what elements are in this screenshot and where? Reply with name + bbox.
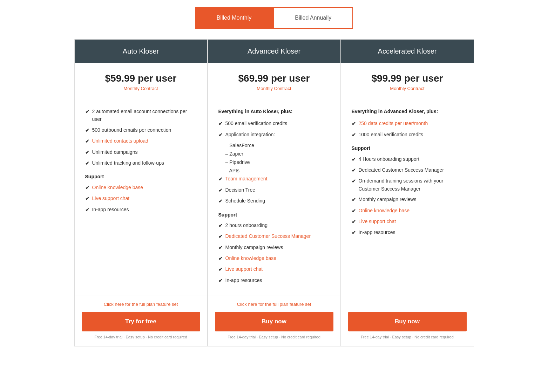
checkmark-icon: ✔	[352, 131, 356, 139]
feature-text: Unlimited campaigns	[92, 148, 138, 156]
list-item: ✔Online knowledge base	[218, 254, 330, 262]
sub-item: – SalesForce	[225, 142, 330, 150]
checkmark-icon: ✔	[352, 177, 356, 185]
checkmark-icon: ✔	[218, 175, 223, 183]
list-item: ✔In-app resources	[218, 276, 330, 284]
feature-text: 250 data credits per user/month	[359, 119, 428, 127]
plan-intro-advanced-kloser: Everything in Auto Kloser, plus:	[218, 108, 330, 115]
feature-text: 1000 email verification credits	[359, 131, 423, 138]
full-plan-link[interactable]: Click here for the full plan feature set	[215, 302, 333, 307]
checkmark-icon: ✔	[218, 244, 223, 252]
feature-text: Application integration:	[225, 131, 275, 138]
list-item: ✔Live support chat	[85, 194, 197, 202]
list-item: ✔Application integration:	[218, 131, 330, 139]
checkmark-icon: ✔	[85, 108, 89, 116]
list-item: ✔Team management	[218, 175, 330, 183]
feature-text: 500 outbound emails per connection	[92, 126, 171, 134]
list-item: ✔Dedicated Customer Success Manager	[218, 232, 330, 240]
trial-note: Free 14-day trial · Easy setup · No cred…	[348, 335, 467, 339]
checkmark-icon: ✔	[218, 120, 223, 128]
plan-features-advanced-kloser: Everything in Auto Kloser, plus:✔500 ema…	[208, 99, 340, 296]
plan-header-auto-kloser: Auto Kloser	[75, 40, 207, 63]
list-item: ✔500 outbound emails per connection	[85, 126, 197, 134]
plan-price-advanced-kloser: $69.99 per user	[215, 73, 333, 84]
list-item: ✔250 data credits per user/month	[352, 119, 463, 128]
plan-features-accelerated-kloser: Everything in Advanced Kloser, plus:✔250…	[341, 99, 474, 306]
checkmark-icon: ✔	[85, 195, 89, 202]
checkmark-icon: ✔	[218, 277, 223, 284]
checkmark-icon: ✔	[218, 197, 223, 205]
plan-footer-auto-kloser: Click here for the full plan feature set…	[75, 296, 207, 346]
cta-button-advanced-kloser[interactable]: Buy now	[215, 312, 333, 331]
feature-text: 500 email verification credits	[225, 119, 287, 127]
checkmark-icon: ✔	[85, 206, 89, 214]
list-item: ✔500 email verification credits	[218, 119, 330, 128]
support-feature-text: Live support chat	[92, 194, 130, 202]
support-feature-text: Online knowledge base	[225, 254, 277, 262]
plan-contract-auto-kloser: Monthly Contract	[82, 86, 200, 91]
support-feature-text: In-app resources	[359, 228, 395, 236]
feature-text: Unlimited contacts upload	[92, 137, 148, 145]
list-item: ✔Monthly campaign reviews	[218, 243, 330, 252]
full-plan-link[interactable]: Click here for the full plan feature set	[82, 302, 200, 307]
list-item: ✔Unlimited campaigns	[85, 148, 197, 156]
cta-button-accelerated-kloser[interactable]: Buy now	[348, 312, 467, 331]
plan-features-auto-kloser: ✔2 automated email account connections p…	[75, 99, 207, 296]
trial-note: Free 14-day trial · Easy setup · No cred…	[82, 335, 200, 339]
feature-text: 2 automated email account connections pe…	[92, 108, 197, 123]
list-item: ✔Decision Tree	[218, 186, 330, 194]
checkmark-icon: ✔	[85, 126, 89, 134]
list-item: ✔Schedule Sending	[218, 197, 330, 205]
sub-item: – Zapier	[225, 150, 330, 158]
feature-text: Schedule Sending	[225, 197, 265, 205]
checkmark-icon: ✔	[218, 222, 223, 229]
checkmark-icon: ✔	[85, 137, 89, 145]
checkmark-icon: ✔	[218, 255, 223, 262]
plan-card-advanced-kloser: Advanced Kloser$69.99 per userMonthly Co…	[208, 39, 341, 346]
feature-text: Decision Tree	[225, 186, 256, 194]
support-feature-text: Live support chat	[359, 218, 396, 225]
plan-header-advanced-kloser: Advanced Kloser	[208, 40, 340, 63]
checkmark-icon: ✔	[218, 266, 223, 273]
checkmark-icon: ✔	[85, 159, 89, 167]
list-item: ✔4 Hours onboarding support	[352, 155, 463, 163]
checkmark-icon: ✔	[352, 207, 356, 215]
list-item: ✔Live support chat	[218, 265, 330, 273]
trial-note: Free 14-day trial · Easy setup · No cred…	[215, 335, 333, 339]
plan-header-accelerated-kloser: Accelerated Kloser	[341, 40, 474, 63]
plan-contract-accelerated-kloser: Monthly Contract	[348, 86, 467, 91]
list-item: ✔1000 email verification credits	[352, 131, 463, 139]
billing-annually-button[interactable]: Billed Annually	[273, 7, 353, 29]
support-feature-text: Live support chat	[225, 265, 263, 273]
list-item: ✔Monthly campaign reviews	[352, 195, 463, 204]
list-item: ✔Live support chat	[352, 218, 463, 226]
list-item: ✔Online knowledge base	[85, 184, 197, 192]
support-feature-text: Dedicated Customer Success Manager	[359, 166, 444, 174]
checkmark-icon: ✔	[352, 229, 356, 236]
checkmark-icon: ✔	[352, 196, 356, 204]
support-heading-auto-kloser: Support	[85, 173, 197, 180]
support-feature-text: 2 hours onboarding	[225, 221, 268, 229]
checkmark-icon: ✔	[352, 156, 356, 163]
list-item: ✔Online knowledge base	[352, 207, 463, 215]
list-item: ✔2 automated email account connections p…	[85, 108, 197, 123]
plan-price-auto-kloser: $59.99 per user	[82, 73, 200, 84]
plan-footer-accelerated-kloser: Buy nowFree 14-day trial · Easy setup · …	[341, 306, 474, 346]
support-heading-accelerated-kloser: Support	[352, 144, 463, 152]
sub-items: – SalesForce– Zapier– Pipedrive– APIs	[225, 142, 330, 175]
plan-price-accelerated-kloser: $99.99 per user	[348, 73, 467, 84]
support-feature-text: Dedicated Customer Success Manager	[225, 232, 311, 240]
cta-button-auto-kloser[interactable]: Try for free	[82, 312, 200, 331]
support-feature-text: Monthly campaign reviews	[225, 243, 283, 251]
list-item: ✔In-app resources	[85, 206, 197, 214]
plan-price-section-accelerated-kloser: $99.99 per userMonthly Contract	[341, 63, 474, 99]
list-item: ✔Dedicated Customer Success Manager	[352, 166, 463, 174]
checkmark-icon: ✔	[352, 166, 356, 174]
billing-monthly-button[interactable]: Billed Monthly	[195, 7, 273, 29]
list-item: ✔Unlimited tracking and follow-ups	[85, 159, 197, 167]
checkmark-icon: ✔	[85, 184, 89, 192]
plan-price-section-advanced-kloser: $69.99 per userMonthly Contract	[208, 63, 340, 99]
plan-intro-accelerated-kloser: Everything in Advanced Kloser, plus:	[352, 108, 463, 115]
plan-card-accelerated-kloser: Accelerated Kloser$99.99 per userMonthly…	[341, 39, 474, 346]
list-item: ✔Unlimited contacts upload	[85, 137, 197, 145]
